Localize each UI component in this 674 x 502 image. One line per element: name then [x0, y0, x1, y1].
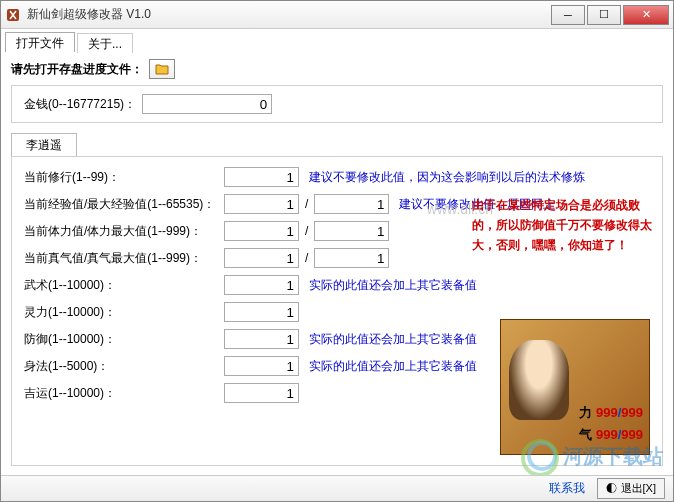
money-input[interactable] — [142, 94, 272, 114]
defense-warning: 由于在某些特定场合是必须战败的，所以防御值千万不要修改得太大，否则，嘿嘿，你知道… — [472, 195, 652, 255]
wushu-label: 武术(1--10000)： — [24, 277, 224, 294]
exp-max-input[interactable] — [314, 194, 389, 214]
mp-label: 当前真气值/真气最大值(1--999)： — [24, 250, 224, 267]
jiyun-input[interactable] — [224, 383, 299, 403]
browse-button[interactable] — [149, 59, 175, 79]
portrait-stat-hp: 力 999/999 — [579, 404, 643, 422]
mp-cur-input[interactable] — [224, 248, 299, 268]
lingli-label: 灵力(1--10000)： — [24, 304, 224, 321]
shenfa-label: 身法(1--5000)： — [24, 358, 224, 375]
xiuxing-label: 当前修行(1--99)： — [24, 169, 224, 186]
menu-about[interactable]: 关于... — [77, 33, 133, 53]
close-button[interactable]: ✕ — [623, 5, 669, 25]
exp-label: 当前经验值/最大经验值(1--65535)： — [24, 196, 224, 213]
money-group: 金钱(0--16777215)： — [11, 85, 663, 123]
watermark-url: www.dll.cn — [427, 201, 493, 217]
maximize-button[interactable]: ☐ — [587, 5, 621, 25]
exp-cur-input[interactable] — [224, 194, 299, 214]
lingli-input[interactable] — [224, 302, 299, 322]
hp-cur-input[interactable] — [224, 221, 299, 241]
status-bar: 联系我 ◐ 退出[X] — [1, 475, 673, 501]
jiyun-label: 吉运(1--10000)： — [24, 385, 224, 402]
wushu-input[interactable] — [224, 275, 299, 295]
app-icon — [5, 7, 21, 23]
folder-icon — [155, 63, 169, 75]
separator: / — [305, 197, 308, 211]
stat-icon: 力 — [579, 405, 592, 420]
fangyu-label: 防御(1--10000)： — [24, 331, 224, 348]
hp-label: 当前体力值/体力最大值(1--999)： — [24, 223, 224, 240]
open-file-prompt: 请先打开存盘进度文件： — [11, 61, 143, 78]
content-area: 请先打开存盘进度文件： 金钱(0--16777215)： 李逍遥 当前修行(1-… — [1, 53, 673, 472]
shenfa-note: 实际的此值还会加上其它装备值 — [309, 358, 477, 375]
menu-bar: 打开文件 关于... — [1, 29, 673, 53]
title-bar: 新仙剑超级修改器 V1.0 ─ ☐ ✕ — [1, 1, 673, 29]
character-image — [509, 340, 569, 420]
stat-icon: 气 — [579, 427, 592, 442]
wushu-note: 实际的此值还会加上其它装备值 — [309, 277, 477, 294]
window-controls: ─ ☐ ✕ — [549, 5, 669, 25]
exit-button[interactable]: ◐ 退出[X] — [597, 478, 665, 499]
character-tab[interactable]: 李逍遥 — [11, 133, 77, 157]
shenfa-input[interactable] — [224, 356, 299, 376]
exit-icon: ◐ — [606, 482, 620, 494]
xiuxing-input[interactable] — [224, 167, 299, 187]
window-title: 新仙剑超级修改器 V1.0 — [27, 6, 549, 23]
xiuxing-note: 建议不要修改此值，因为这会影响到以后的法术修炼 — [309, 169, 585, 186]
fangyu-input[interactable] — [224, 329, 299, 349]
menu-open-file[interactable]: 打开文件 — [5, 32, 75, 52]
contact-link[interactable]: 联系我 — [549, 480, 585, 497]
hp-max-input[interactable] — [314, 221, 389, 241]
mp-max-input[interactable] — [314, 248, 389, 268]
open-file-row: 请先打开存盘进度文件： — [11, 59, 663, 79]
character-portrait: 力 999/999 气 999/999 — [500, 319, 650, 455]
watermark-icon — [527, 441, 557, 471]
money-label: 金钱(0--16777215)： — [24, 96, 136, 113]
fangyu-note: 实际的此值还会加上其它装备值 — [309, 331, 477, 348]
minimize-button[interactable]: ─ — [551, 5, 585, 25]
watermark-text: 河源下载站 — [563, 443, 663, 470]
watermark-logo: 河源下载站 — [527, 441, 663, 471]
app-window: 新仙剑超级修改器 V1.0 ─ ☐ ✕ 打开文件 关于... 请先打开存盘进度文… — [0, 0, 674, 502]
character-panel: 当前修行(1--99)： 建议不要修改此值，因为这会影响到以后的法术修炼 当前经… — [11, 156, 663, 466]
